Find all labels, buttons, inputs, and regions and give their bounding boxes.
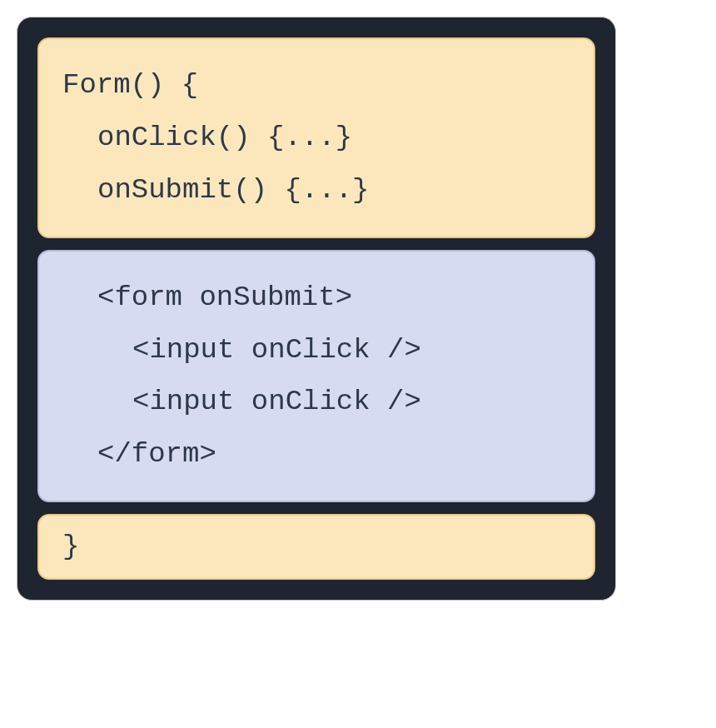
code-line-form-open: Form() { — [62, 59, 570, 112]
code-line-onsubmit: onSubmit() {...} — [62, 164, 570, 217]
code-line-input-2: <input onClick /> — [62, 376, 570, 428]
function-close-block: } — [37, 514, 595, 580]
code-line-form-tag-open: <form onSubmit> — [62, 272, 570, 324]
jsx-block: <form onSubmit> <input onClick /> <input… — [37, 250, 595, 503]
code-line-onclick: onClick() {...} — [62, 112, 570, 164]
function-declaration-block: Form() { onClick() {...} onSubmit() {...… — [37, 37, 595, 238]
code-diagram-container: Form() { onClick() {...} onSubmit() {...… — [17, 17, 616, 601]
code-line-form-tag-close: </form> — [62, 428, 570, 481]
code-line-close-brace: } — [62, 526, 570, 568]
code-line-input-1: <input onClick /> — [62, 324, 570, 376]
